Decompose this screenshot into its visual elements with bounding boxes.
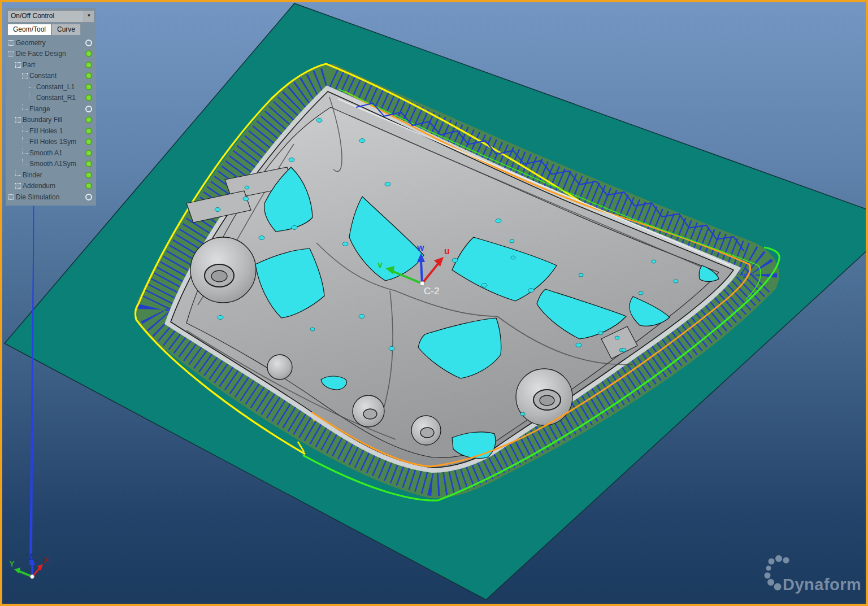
tree-item-label: Constant_R1 <box>36 94 85 102</box>
tree-item-label: Fill Holes 1Sym <box>29 138 85 146</box>
tree-item-geometry[interactable]: Geometry <box>6 37 96 49</box>
status-dot[interactable] <box>85 150 92 156</box>
tree-item-constant-r1[interactable]: Constant_R1 <box>6 93 96 104</box>
tree-item-label: Part <box>23 61 85 69</box>
tree-branch-icon[interactable] <box>8 51 14 56</box>
tree-item-flange[interactable]: Flange <box>6 103 96 115</box>
tree-branch-icon[interactable] <box>15 117 21 123</box>
axis-v-label: v <box>377 260 383 269</box>
tree-item-label: Binder <box>23 171 85 179</box>
tree-item-label: Boundary Fill <box>23 116 85 124</box>
status-dot[interactable] <box>85 40 92 46</box>
tree-item-die-simulation[interactable]: Die Simulation <box>6 191 96 203</box>
status-dot[interactable] <box>85 84 92 90</box>
tree-item-label: Smooth A1Sym <box>29 160 85 168</box>
dynaform-window: { "panel": { "dropdown": { "value": "On/… <box>0 0 868 606</box>
tab-geom-tool-label: Geom/Tool <box>13 25 46 33</box>
status-dot[interactable] <box>85 182 92 189</box>
status-dot[interactable] <box>85 138 92 145</box>
status-dot[interactable] <box>85 194 92 200</box>
y-arrowhead <box>14 568 20 574</box>
tree-branch-icon[interactable] <box>22 73 28 79</box>
tree-item-label: Addendum <box>23 182 85 190</box>
tree-item-label: Constant <box>29 72 85 80</box>
axis-w-label: w <box>416 243 424 252</box>
tree-branch-icon[interactable] <box>8 40 14 46</box>
status-dot[interactable] <box>85 172 92 178</box>
scene-3d: w u v C-2 Z X Y Dynaform <box>0 0 868 606</box>
tree-item-label: Fill Holes 1 <box>29 127 85 135</box>
axis-u-label: u <box>444 246 450 256</box>
status-dot[interactable] <box>85 160 92 167</box>
viewport-3d[interactable]: w u v C-2 Z X Y Dynaform <box>0 0 868 606</box>
tree-item-label: Die Face Design <box>16 50 85 58</box>
tree-item-boundary-fill[interactable]: Boundary Fill <box>6 115 96 126</box>
tree-item-constant-l1[interactable]: Constant_L1 <box>6 81 96 93</box>
status-dot[interactable] <box>85 62 92 68</box>
tree-item-fill-holes-1sym[interactable]: Fill Holes 1Sym <box>6 137 96 148</box>
on-off-control-panel: On/Off Control ▼ Geom/Tool Curve Geometr… <box>6 8 96 206</box>
tree-item-smooth-a1sym[interactable]: Smooth A1Sym <box>6 159 96 170</box>
tree-branch-icon[interactable] <box>15 62 21 68</box>
tree-item-fill-holes-1[interactable]: Fill Holes 1 <box>6 125 96 137</box>
tree-item-label: Smooth A1 <box>29 149 85 157</box>
tree-leaf-connector <box>22 127 28 132</box>
chevron-down-icon[interactable]: ▼ <box>84 11 94 22</box>
tree-leaf-connector <box>22 159 28 164</box>
tree-leaf-connector <box>22 137 28 142</box>
tree-item-part[interactable]: Part <box>6 59 96 71</box>
dynaform-logo: Dynaform <box>765 555 862 594</box>
status-dot[interactable] <box>85 128 92 134</box>
tree-leaf-connector <box>29 93 34 98</box>
tree-item-label: Geometry <box>16 39 85 47</box>
tree-branch-icon[interactable] <box>8 194 14 200</box>
dynaform-logo-text: Dynaform <box>783 576 861 594</box>
tree-branch-icon[interactable] <box>15 183 21 189</box>
mode-dropdown[interactable]: On/Off Control ▼ <box>7 10 94 23</box>
tree-leaf-connector <box>29 82 34 88</box>
tree-item-label: Constant_L1 <box>36 83 85 91</box>
triad-z-label: Z <box>28 552 33 561</box>
tab-curve-label: Curve <box>57 25 75 33</box>
tree-leaf-connector <box>15 171 21 176</box>
triad-x-label: X <box>44 556 49 565</box>
status-dot[interactable] <box>85 94 92 101</box>
tree-item-binder[interactable]: Binder <box>6 169 96 181</box>
ucs-cs-label: C-2 <box>424 286 439 297</box>
mode-dropdown-value: On/Off Control <box>8 11 84 22</box>
panel-tabs: Geom/Tool Curve <box>7 24 94 35</box>
triad-y-label: Y <box>9 559 15 568</box>
tree-leaf-connector <box>22 104 28 110</box>
status-dot[interactable] <box>85 106 92 112</box>
tree-item-label: Flange <box>29 105 85 113</box>
tree-item-smooth-a1[interactable]: Smooth A1 <box>6 147 96 159</box>
geometry-tree: Geometry Die Face Design Part Constant C… <box>6 37 96 203</box>
status-dot[interactable] <box>85 72 92 79</box>
tree-leaf-connector <box>22 149 28 154</box>
status-dot[interactable] <box>85 50 92 57</box>
tree-item-constant[interactable]: Constant <box>6 71 96 82</box>
tab-geom-tool[interactable]: Geom/Tool <box>7 24 51 35</box>
tab-curve[interactable]: Curve <box>51 24 81 35</box>
status-dot[interactable] <box>85 116 92 123</box>
tree-item-label: Die Simulation <box>16 193 85 201</box>
tree-item-addendum[interactable]: Addendum <box>6 181 96 192</box>
tree-item-die-face-design[interactable]: Die Face Design <box>6 49 96 60</box>
